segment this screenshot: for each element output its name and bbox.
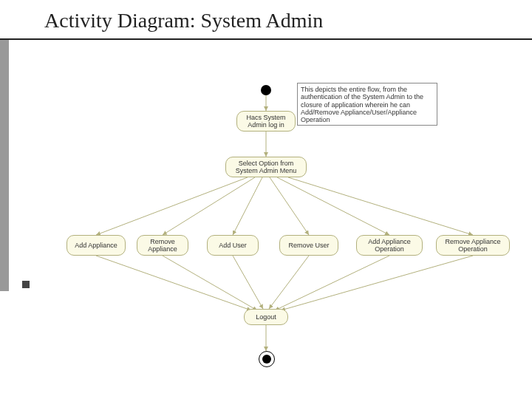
title-underline [0,38,532,40]
svg-line-11 [269,256,309,309]
final-state-node [259,351,275,367]
activity-label: Add Appliance Operation [361,238,418,253]
svg-line-7 [288,177,473,235]
activity-label: Add Appliance [75,242,117,249]
activity-label: Remove Appliance Operation [440,238,505,253]
initial-state-node [261,85,271,95]
slide-accent-bar [0,40,9,291]
svg-line-10 [233,256,263,309]
svg-line-3 [163,177,255,235]
activity-remove-appliance: Remove Appliance [137,235,188,256]
activity-select-option: Select Option from System Admin Menu [225,157,307,177]
activity-label: Add User [219,242,247,249]
svg-line-5 [270,177,309,235]
page-title: Activity Diagram: System Admin [44,9,323,33]
activity-add-appliance: Add Appliance [66,235,126,256]
svg-line-4 [233,177,262,235]
activity-add-user: Add User [207,235,259,256]
svg-line-13 [281,256,473,310]
activity-add-appliance-op: Add Appliance Operation [356,235,423,256]
diagram-description-note: This depicts the entire flow, from the a… [297,83,437,126]
activity-label: Remove User [288,242,329,249]
slide-bullet-marker [22,281,30,288]
activity-label: Select Option from System Admin Menu [230,160,302,175]
activity-logout: Logout [244,309,288,325]
activity-remove-user: Remove User [279,235,338,256]
activity-login: Hacs System Admin log in [236,111,296,132]
svg-line-6 [277,177,389,235]
final-state-inner-dot [262,355,271,364]
svg-line-2 [96,177,248,235]
activity-label: Remove Appliance [141,238,184,253]
activity-remove-appliance-op: Remove Appliance Operation [436,235,510,256]
diagram-connectors [0,0,532,399]
activity-label: Logout [256,313,276,321]
svg-line-12 [275,256,389,310]
svg-line-9 [163,256,257,310]
svg-line-8 [96,256,251,310]
activity-label: Hacs System Admin log in [241,114,291,129]
